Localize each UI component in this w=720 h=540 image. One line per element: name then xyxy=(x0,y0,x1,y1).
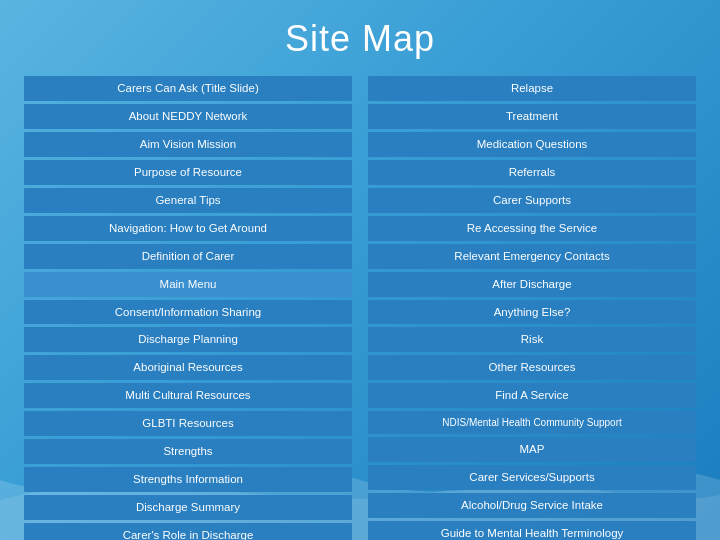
right-item-16[interactable]: Guide to Mental Health Terminology xyxy=(368,521,696,540)
right-item-9[interactable]: Risk xyxy=(368,327,696,352)
right-item-4[interactable]: Carer Supports xyxy=(368,188,696,213)
left-item-7[interactable]: Main Menu xyxy=(24,272,352,297)
right-item-13[interactable]: MAP xyxy=(368,437,696,462)
left-item-5[interactable]: Navigation: How to Get Around xyxy=(24,216,352,241)
left-item-3[interactable]: Purpose of Resource xyxy=(24,160,352,185)
left-item-4[interactable]: General Tips xyxy=(24,188,352,213)
right-column: RelapseTreatmentMedication QuestionsRefe… xyxy=(368,76,696,540)
right-item-8[interactable]: Anything Else? xyxy=(368,300,696,325)
left-item-11[interactable]: Multi Cultural Resources xyxy=(24,383,352,408)
right-item-0[interactable]: Relapse xyxy=(368,76,696,101)
right-item-11[interactable]: Find A Service xyxy=(368,383,696,408)
left-item-15[interactable]: Discharge Summary xyxy=(24,495,352,520)
left-column: Carers Can Ask (Title Slide)About NEDDY … xyxy=(24,76,352,540)
left-item-16[interactable]: Carer's Role in Discharge xyxy=(24,523,352,540)
left-item-10[interactable]: Aboriginal Resources xyxy=(24,355,352,380)
right-item-12[interactable]: NDIS/Mental Health Community Support xyxy=(368,411,696,434)
left-item-12[interactable]: GLBTI Resources xyxy=(24,411,352,436)
left-item-1[interactable]: About NEDDY Network xyxy=(24,104,352,129)
right-item-10[interactable]: Other Resources xyxy=(368,355,696,380)
right-item-7[interactable]: After Discharge xyxy=(368,272,696,297)
site-map-container: Carers Can Ask (Title Slide)About NEDDY … xyxy=(0,76,720,540)
left-item-8[interactable]: Consent/Information Sharing xyxy=(24,300,352,325)
left-item-14[interactable]: Strengths Information xyxy=(24,467,352,492)
right-item-15[interactable]: Alcohol/Drug Service Intake xyxy=(368,493,696,518)
left-item-9[interactable]: Discharge Planning xyxy=(24,327,352,352)
right-item-2[interactable]: Medication Questions xyxy=(368,132,696,157)
left-item-2[interactable]: Aim Vision Mission xyxy=(24,132,352,157)
left-item-6[interactable]: Definition of Carer xyxy=(24,244,352,269)
left-item-13[interactable]: Strengths xyxy=(24,439,352,464)
right-item-1[interactable]: Treatment xyxy=(368,104,696,129)
right-item-5[interactable]: Re Accessing the Service xyxy=(368,216,696,241)
page-title: Site Map xyxy=(0,0,720,72)
right-item-3[interactable]: Referrals xyxy=(368,160,696,185)
left-item-0[interactable]: Carers Can Ask (Title Slide) xyxy=(24,76,352,101)
right-item-14[interactable]: Carer Services/Supports xyxy=(368,465,696,490)
right-item-6[interactable]: Relevant Emergency Contacts xyxy=(368,244,696,269)
